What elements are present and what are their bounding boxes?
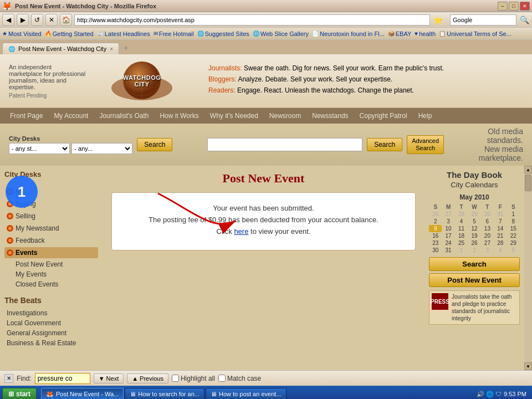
scroll-up-button[interactable]: ▲ (524, 166, 532, 173)
cal-cell[interactable]: 11 (455, 225, 468, 232)
bookmark-getting-started[interactable]: 🔥Getting Started (45, 30, 94, 37)
cal-cell[interactable]: 13 (481, 225, 494, 232)
cal-cell[interactable]: 24 (442, 239, 454, 247)
nav-copyright[interactable]: Copyright Patrol (354, 108, 413, 124)
cal-cell[interactable]: 17 (442, 232, 454, 239)
scroll-down-button[interactable]: ▼ (524, 362, 532, 370)
cal-cell[interactable]: 25 (455, 239, 468, 247)
match-case-checkbox[interactable] (218, 375, 226, 382)
highlight-all-checkbox[interactable] (172, 375, 179, 382)
cal-cell[interactable]: 20 (481, 232, 494, 239)
city-select[interactable]: - any... (71, 143, 132, 154)
address-bar[interactable] (74, 14, 430, 25)
state-select[interactable]: - any st... (9, 143, 70, 154)
cal-cell[interactable]: 6 (481, 218, 494, 225)
cal-cell[interactable]: 16 (429, 232, 442, 239)
cal-cell[interactable]: 19 (468, 232, 480, 239)
start-button[interactable]: ⊞ start (2, 388, 37, 399)
cal-cell[interactable]: 14 (494, 225, 507, 232)
bookmark-universal-terms[interactable]: 📋Universal Terms of Se... (439, 30, 511, 37)
nav-how-it-works[interactable]: How it Works (154, 108, 204, 124)
beat-business[interactable]: Business & Real Estate (4, 338, 98, 348)
cal-cell[interactable]: 3 (442, 218, 454, 225)
close-button[interactable]: ✕ (520, 2, 530, 11)
favorites-icon[interactable]: ⭐ (432, 14, 443, 25)
cal-cell[interactable]: 18 (455, 232, 468, 239)
cal-cell[interactable]: 28 (494, 239, 507, 247)
active-tab[interactable]: 🌐 Post New Event - Watchdog City × (2, 43, 119, 54)
match-case-label[interactable]: Match case (218, 375, 261, 382)
cal-cell[interactable]: 2 (468, 247, 480, 254)
minimize-button[interactable]: – (498, 2, 508, 11)
cal-cell[interactable]: 4 (455, 218, 468, 225)
cal-cell[interactable]: 10 (442, 225, 454, 232)
forward-button[interactable]: ▶ (17, 14, 29, 26)
home-button[interactable]: 🏠 (60, 14, 72, 26)
browser-search-input[interactable] (450, 14, 516, 25)
beat-general[interactable]: General Assignment (4, 328, 98, 338)
sidebar-item-newsstand[interactable]: My Newsstand (4, 223, 98, 234)
cal-cell[interactable]: 31 (494, 211, 507, 218)
sidebar-closed-events[interactable]: Closed Events (13, 279, 98, 289)
cal-cell[interactable]: 21 (494, 232, 507, 239)
nav-my-account[interactable]: My Account (48, 108, 94, 124)
nav-help[interactable]: Help (413, 108, 438, 124)
highlight-all-label[interactable]: Highlight all (172, 375, 215, 382)
cal-cell[interactable]: 26 (429, 211, 442, 218)
scroll-thumb[interactable] (525, 175, 531, 191)
search-icon[interactable]: 🔍 (519, 14, 530, 25)
cal-cell[interactable]: 31 (442, 247, 454, 254)
calendar-post-button[interactable]: Post New Event (429, 273, 520, 287)
bookmark-latest-headlines[interactable]: 📰Latest Headlines (97, 30, 150, 37)
nav-why-needed[interactable]: Why it's Needed (204, 108, 264, 124)
new-tab-button[interactable]: + (119, 41, 132, 54)
cal-cell-today[interactable]: 9 (429, 225, 442, 232)
main-search-button[interactable]: Search (367, 138, 402, 151)
sidebar-post-new-event[interactable]: Post New Event (13, 259, 98, 269)
cal-cell[interactable]: 26 (468, 239, 480, 247)
reload-button[interactable]: ↺ (31, 14, 43, 26)
sidebar-item-events[interactable]: Events (4, 247, 98, 258)
find-close-button[interactable]: ✕ (4, 374, 13, 383)
cal-cell[interactable]: 8 (507, 218, 520, 225)
nav-newsstands[interactable]: Newsstands (306, 108, 354, 124)
calendar-search-button[interactable]: Search (429, 257, 520, 271)
cal-cell[interactable]: 3 (481, 247, 494, 254)
cal-cell[interactable]: 4 (494, 247, 507, 254)
cal-cell[interactable]: 27 (481, 239, 494, 247)
view-event-link[interactable]: here (234, 227, 248, 236)
sidebar-item-selling[interactable]: Selling (4, 211, 98, 222)
cal-cell[interactable]: 29 (507, 239, 520, 247)
sidebar-my-events[interactable]: My Events (13, 269, 98, 279)
taskbar-item-1[interactable]: 🖥 How to search for an... (125, 388, 204, 399)
sidebar-item-feedback[interactable]: Feedback (4, 235, 98, 246)
maximize-button[interactable]: □ (509, 2, 519, 11)
stop-button[interactable]: ✕ (45, 14, 58, 26)
bookmark-neurotoxin[interactable]: 📄Neurotoxin found in Fl... (312, 30, 385, 37)
cal-cell[interactable]: 23 (429, 239, 442, 247)
cal-cell[interactable]: 1 (455, 247, 468, 254)
find-next-button[interactable]: ▼ Next (94, 374, 124, 383)
cal-cell[interactable]: 30 (481, 211, 494, 218)
cal-cell[interactable]: 15 (507, 225, 520, 232)
taskbar-item-0[interactable]: 🦊 Post New Event - Wa... (41, 388, 124, 399)
cal-cell[interactable]: 28 (455, 211, 468, 218)
main-search-input[interactable] (207, 138, 362, 151)
bookmark-health[interactable]: ♥health (415, 30, 436, 37)
bookmark-most-visited[interactable]: ★Most Visited (2, 30, 42, 37)
nav-journalist-oath[interactable]: Journalist's Oath (94, 108, 154, 124)
advanced-search-button[interactable]: AdvancedSearch (407, 135, 444, 154)
nav-front-page[interactable]: Front Page (4, 108, 48, 124)
cal-cell[interactable]: 29 (468, 211, 480, 218)
cal-cell[interactable]: 5 (507, 247, 520, 254)
find-input[interactable] (35, 373, 90, 384)
cal-cell[interactable]: 7 (494, 218, 507, 225)
cal-cell[interactable]: 27 (442, 211, 454, 218)
nav-newsroom[interactable]: Newsroom (264, 108, 306, 124)
bookmark-web-slice[interactable]: 🌐Web Slice Gallery (253, 30, 309, 37)
find-previous-button[interactable]: ▲ Previous (127, 374, 168, 383)
cal-cell[interactable]: 1 (507, 211, 520, 218)
tab-close-button[interactable]: × (110, 46, 113, 52)
cal-cell[interactable]: 30 (429, 247, 442, 254)
bookmark-suggested[interactable]: 🌐Suggested Sites (197, 30, 249, 37)
